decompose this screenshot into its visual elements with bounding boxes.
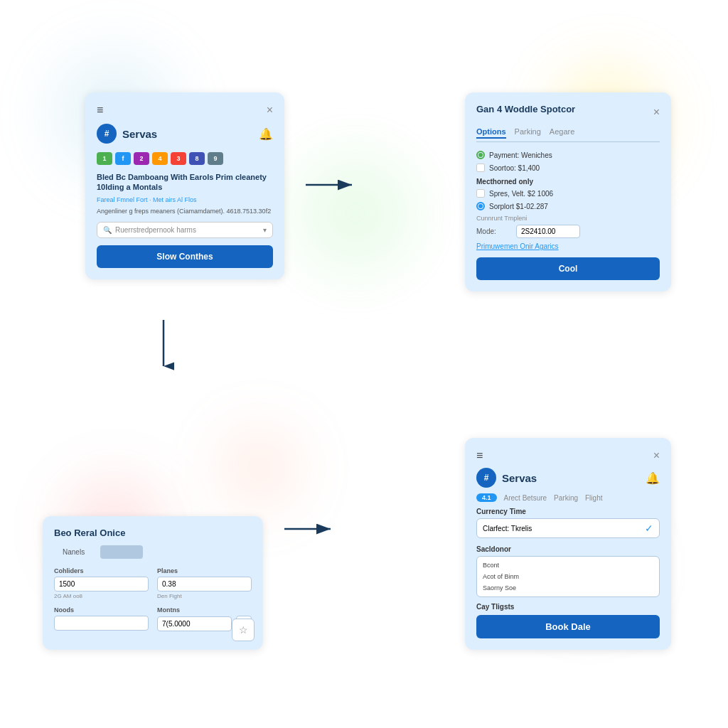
currency-time-input[interactable] xyxy=(483,525,645,532)
radio-sorplort[interactable] xyxy=(476,202,485,210)
tab-flight[interactable]: Flight xyxy=(585,494,602,502)
option-spres-label: Spres, Velt. $2 1006 xyxy=(489,190,553,198)
card-service-listing: ≡ × # Servas 🔔 1 f 2 4 3 8 9 Bled Bc Dam… xyxy=(85,92,284,279)
mode-label: Mode: xyxy=(476,228,512,235)
cohliders-field: Cohliders 2G AM oo8 xyxy=(54,567,149,599)
planes-hint: Den Fight xyxy=(157,593,252,599)
sacldonor-label: Sacldonor xyxy=(476,545,660,553)
form-grid: Cohliders 2G AM oo8 Planes 0.38 U.30 Den… xyxy=(54,567,252,631)
tab-blank[interactable] xyxy=(100,545,143,559)
noods-input[interactable] xyxy=(54,616,149,631)
arrow-right-2 xyxy=(274,515,345,543)
brand-name-4: Servas xyxy=(502,472,537,484)
close-icon[interactable]: × xyxy=(267,104,273,117)
months-input[interactable] xyxy=(157,616,232,631)
cohliders-input[interactable] xyxy=(54,577,149,592)
option-soortoo-label: Soortoo: $1,400 xyxy=(489,164,540,172)
link-primuwemen[interactable]: Primuwemen Onir Agarics xyxy=(476,242,660,250)
mode-input[interactable] xyxy=(516,225,580,238)
card-booking-form: Beo Reral Onice Nanels Cohliders 2G AM o… xyxy=(43,516,263,650)
cool-button[interactable]: Cool xyxy=(476,257,660,280)
months-label: Montns xyxy=(157,606,252,614)
chevron-down-icon: ▾ xyxy=(263,226,267,234)
tag-row: 1 f 2 4 3 8 9 xyxy=(97,152,273,165)
dropdown-item-2[interactable]: Acot of Binm xyxy=(477,571,659,582)
tag-2[interactable]: 2 xyxy=(134,152,149,165)
arrow-down-1 xyxy=(149,313,178,377)
bell-icon: 🔔 xyxy=(259,127,273,141)
cohliders-label: Cohliders xyxy=(54,567,149,574)
tag-3[interactable]: 3 xyxy=(171,152,186,165)
bell-icon-4: 🔔 xyxy=(646,471,660,485)
inner-tabs: Nanels xyxy=(54,545,252,559)
tab-arect-betsure[interactable]: Arect Betsure xyxy=(504,494,547,502)
currency-time-field[interactable]: ✓ xyxy=(476,518,660,538)
hamburger-icon[interactable]: ≡ xyxy=(97,104,103,117)
rating-badge: 4.1 xyxy=(476,493,497,502)
mode-row: Mode: xyxy=(476,225,660,238)
slow-conthes-button[interactable]: Slow Conthes xyxy=(97,245,273,268)
cay-label: Cay Tligsts xyxy=(476,603,660,611)
search-icon: 🔍 xyxy=(103,226,112,234)
checkbox-spres[interactable] xyxy=(476,189,485,198)
tab-options[interactable]: Options xyxy=(476,127,506,139)
card-options: Gan 4 Woddle Spotcor × Options Parking A… xyxy=(465,92,671,291)
tab-parking-4[interactable]: Parking xyxy=(554,494,578,502)
options-tabs: Options Parking Aegare xyxy=(476,127,660,142)
close-icon-2[interactable]: × xyxy=(653,106,660,119)
option-payment-label: Payment: Weniches xyxy=(489,151,552,159)
cohliders-hint: 2G AM oo8 xyxy=(54,593,149,599)
option-spres: Spres, Velt. $2 1006 xyxy=(476,189,660,198)
listing-subtitle: Fareal Fmnel Fort · Met airs Al Flos xyxy=(97,196,273,205)
section-mecthorned: Mecthorned only xyxy=(476,178,660,186)
dropdown-item-1[interactable]: Bcont xyxy=(477,560,659,571)
checkbox-soortoo[interactable] xyxy=(476,164,485,172)
option-payment: Payment: Weniches xyxy=(476,151,660,159)
sacldonor-dropdown: Bcont Acot of Binm Saorny Soe xyxy=(476,556,660,597)
tab-parking[interactable]: Parking xyxy=(515,127,541,139)
search-bar[interactable]: 🔍 Ruerrstredpernook harms ▾ xyxy=(97,222,273,238)
planes-field: Planes 0.38 U.30 Den Fight Den Fight xyxy=(157,567,252,599)
planes-label: Planes xyxy=(157,567,252,574)
check-icon: ✓ xyxy=(645,523,653,534)
arrow-right-1 xyxy=(295,171,366,199)
tag-1[interactable]: 1 xyxy=(97,152,112,165)
card-booking-confirm: ≡ × # Servas 🔔 4.1 Arect Betsure Parking… xyxy=(465,438,671,650)
listing-title: Bled Bc Damboang With Earols Prim cleane… xyxy=(97,172,273,193)
star-button[interactable]: ☆ xyxy=(232,619,255,641)
tag-9[interactable]: 9 xyxy=(208,152,223,165)
noods-field: Noods xyxy=(54,606,149,631)
dropdown-item-3[interactable]: Saorny Soe xyxy=(477,582,659,594)
book-dale-button[interactable]: Book Dale xyxy=(476,615,660,638)
option-soortoo: Soortoo: $1,400 xyxy=(476,164,660,172)
listing-description: Angenliner g freps meaners (Ciamamdamet)… xyxy=(97,207,273,216)
current-template-label: Cunnrunt Tmpleni xyxy=(476,215,660,222)
currency-time-label: Currency Time xyxy=(476,508,660,515)
tag-f[interactable]: f xyxy=(115,152,131,165)
option-sorplort-label: Sorplort $1-02.287 xyxy=(489,203,548,210)
tag-4[interactable]: 4 xyxy=(152,152,168,165)
search-placeholder: Ruerrstredpernook harms xyxy=(115,226,196,234)
brand-logo-4: # xyxy=(476,468,496,488)
planes-select[interactable]: 0.38 U.30 Den Fight xyxy=(157,577,252,592)
hamburger-icon-4[interactable]: ≡ xyxy=(476,449,483,462)
tab-nanels[interactable]: Nanels xyxy=(54,545,93,559)
brand-name: Servas xyxy=(122,128,157,140)
radio-payment[interactable] xyxy=(476,151,485,159)
option-sorplort: Sorplort $1-02.287 xyxy=(476,202,660,210)
card2-title: Gan 4 Woddle Spotcor xyxy=(476,104,575,114)
tag-8[interactable]: 8 xyxy=(189,152,205,165)
brand-logo: # xyxy=(97,124,117,144)
noods-label: Noods xyxy=(54,606,149,614)
close-icon-4[interactable]: × xyxy=(653,449,660,462)
card3-title: Beo Reral Onice xyxy=(54,528,252,538)
tab-aegare[interactable]: Aegare xyxy=(550,127,574,139)
